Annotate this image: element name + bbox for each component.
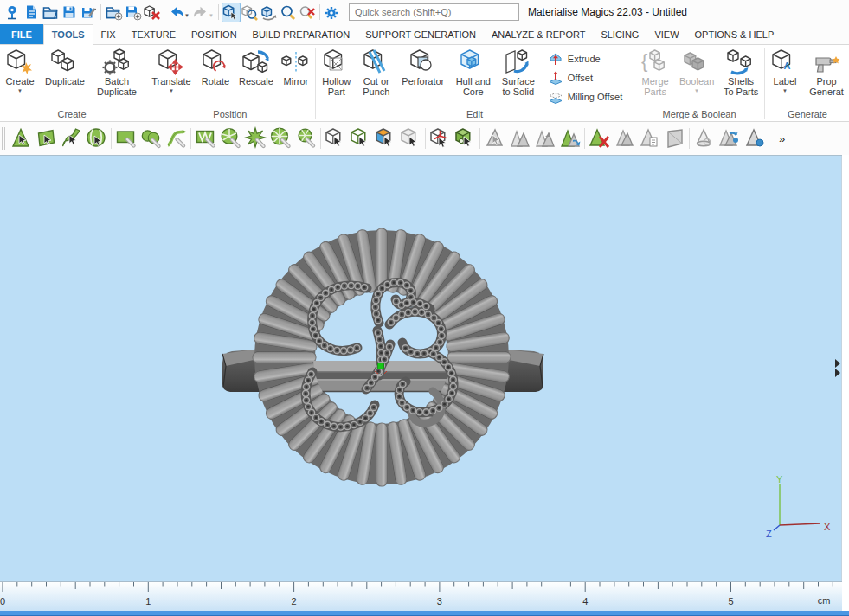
t-gray2-icon[interactable] — [507, 125, 532, 151]
cut-or-punch-button[interactable]: Cut orPunch — [357, 46, 396, 97]
g-curve-icon[interactable] — [59, 125, 84, 151]
mirror-button[interactable]: Mirror — [278, 46, 314, 87]
svg-text:A: A — [784, 61, 791, 71]
cube-white-icon[interactable] — [323, 125, 348, 151]
settings-gear-icon[interactable] — [323, 3, 342, 22]
g-lasso-icon[interactable] — [164, 125, 189, 151]
duplicate-icon — [50, 48, 80, 76]
tab-options-help[interactable]: OPTIONS & HELP — [687, 24, 782, 44]
prop-generat-button[interactable]: PropGenerat — [804, 46, 849, 97]
button-label: Label — [774, 76, 797, 87]
dropdown-caret[interactable]: ▼ — [694, 88, 699, 93]
t-gray-doc-icon[interactable] — [637, 125, 662, 151]
g-window-icon[interactable] — [193, 125, 218, 151]
t-green-x-icon[interactable] — [587, 125, 612, 151]
g-blob-icon[interactable] — [138, 125, 164, 151]
open-file-icon[interactable] — [41, 3, 60, 22]
t-blue-dot-icon[interactable] — [742, 125, 767, 151]
cone-icon[interactable] — [691, 125, 717, 151]
ruler-number: 0 — [0, 596, 5, 606]
undo-dropdown[interactable]: ▼ — [184, 13, 190, 18]
tab-tools[interactable]: TOOLS — [43, 24, 93, 45]
g-shell-icon[interactable] — [84, 125, 109, 151]
group-separator — [145, 48, 145, 119]
zoom-in-icon[interactable] — [279, 3, 298, 22]
redo-dropdown[interactable]: ▼ — [209, 13, 214, 18]
g-plane-icon[interactable] — [34, 125, 59, 151]
search-input[interactable] — [349, 3, 519, 21]
axis-indicator: Y X Z — [766, 474, 831, 539]
button-label: Rotate — [202, 76, 229, 87]
t-gray1-icon[interactable] — [482, 125, 507, 151]
cube-axes-icon[interactable] — [428, 125, 453, 151]
cube-green-icon[interactable] — [348, 125, 373, 151]
plane-gray-icon[interactable] — [662, 125, 687, 151]
translate-button[interactable]: Translate▼ — [146, 46, 196, 93]
rotate-button[interactable]: Rotate — [196, 46, 235, 87]
surface-to-solid-button[interactable]: Surfaceto Solid — [497, 46, 540, 97]
hollow-part-button[interactable]: HollowPart — [317, 46, 357, 97]
save-part-icon[interactable] — [123, 3, 142, 22]
g-tri-icon[interactable] — [9, 125, 34, 151]
duplicate-button[interactable]: Duplicate — [40, 46, 90, 87]
dropdown-caret[interactable]: ▼ — [17, 88, 23, 93]
tab-position[interactable]: POSITION — [183, 24, 245, 44]
tab-analyze-report[interactable]: ANALYZE & REPORT — [484, 24, 593, 44]
tab-support-generation[interactable]: SUPPORT GENERATION — [357, 24, 484, 44]
merge-parts-button: {MergeParts — [635, 46, 675, 97]
redo-icon[interactable] — [191, 3, 210, 22]
remove-part-icon[interactable] — [142, 3, 161, 22]
tab-build-preparation[interactable]: BUILD PREPARATION — [245, 24, 358, 44]
shells-to-parts-button[interactable]: ShellsTo Parts — [718, 46, 763, 97]
label-button[interactable]: ALabel▼ — [766, 46, 804, 93]
t-gray4-icon[interactable] — [612, 125, 637, 151]
tab-fix[interactable]: FIX — [93, 24, 124, 44]
milling-offset-button[interactable]: Milling Offset — [547, 87, 622, 106]
magics-pin-icon[interactable] — [3, 3, 22, 22]
view-cube-icon[interactable] — [222, 3, 241, 22]
create-button[interactable]: Create▼ — [0, 46, 40, 93]
extrude-button[interactable]: Extrude — [547, 49, 622, 68]
ruler-number: 3 — [437, 596, 442, 606]
t-gray3-icon[interactable] — [532, 125, 557, 151]
t-blue-rot-icon[interactable] — [717, 125, 742, 151]
ribbon-group-create: Create▼DuplicateBatchDuplicateCreate — [0, 45, 144, 121]
tab-slicing[interactable]: SLICING — [593, 24, 646, 44]
g-pie2-icon[interactable] — [268, 125, 293, 151]
toolbar-grip[interactable] — [2, 127, 7, 150]
save-as-icon[interactable] — [79, 3, 98, 22]
button-label: Hull andCore — [456, 76, 491, 97]
perforator-button[interactable]: Perforator — [396, 46, 450, 87]
dropdown-caret[interactable]: ▼ — [169, 88, 174, 93]
batch-duplicate-button[interactable]: BatchDuplicate — [90, 46, 144, 97]
save-icon[interactable] — [60, 3, 79, 22]
cube-color-icon[interactable] — [373, 125, 398, 151]
button-label: PropGenerat — [809, 76, 844, 97]
dropdown-caret[interactable]: ▼ — [782, 88, 788, 93]
g-pie3-icon[interactable] — [293, 125, 318, 151]
t-green-arrow-icon[interactable] — [557, 125, 582, 151]
button-label: MergeParts — [642, 76, 669, 97]
cutpunch-icon — [362, 48, 391, 76]
hull-and-core-button[interactable]: Hull andCore — [450, 46, 497, 97]
rescale-button[interactable]: Rescale — [235, 46, 278, 87]
cube-green2-icon[interactable] — [453, 125, 478, 151]
g-pie1-icon[interactable] — [218, 125, 243, 151]
viewport-3d[interactable]: Y X Z — [0, 155, 842, 581]
tab-file[interactable]: FILE — [0, 24, 43, 44]
toolbar-overflow-chevron[interactable]: » — [779, 132, 785, 145]
offset-button[interactable]: Offset — [547, 68, 622, 87]
g-star-icon[interactable] — [243, 125, 268, 151]
g-rect-icon[interactable] — [113, 125, 138, 151]
zoom-reset-icon[interactable] — [298, 3, 317, 22]
import-part-icon[interactable] — [104, 3, 123, 22]
label-icon: A — [770, 48, 800, 76]
zoom-view-icon[interactable] — [241, 3, 260, 22]
undo-icon[interactable] — [167, 3, 186, 22]
tab-texture[interactable]: TEXTURE — [124, 24, 183, 44]
rotate-view-icon[interactable] — [260, 3, 279, 22]
separator — [111, 128, 112, 149]
cube-gray-icon[interactable] — [398, 125, 423, 151]
tab-view[interactable]: VIEW — [646, 24, 686, 44]
new-scene-icon[interactable] — [22, 3, 41, 22]
